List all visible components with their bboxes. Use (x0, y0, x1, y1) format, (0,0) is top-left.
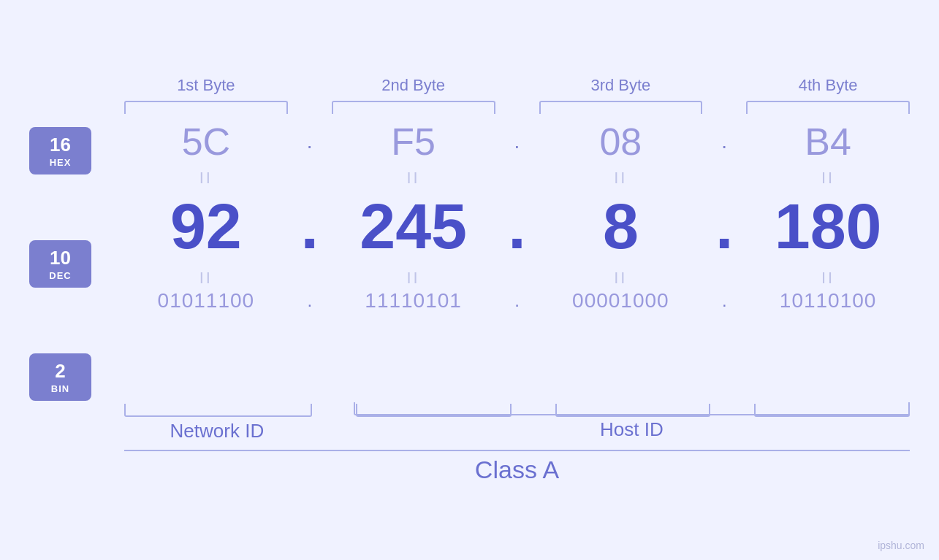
bin-b2: 11110101 (365, 289, 462, 312)
eq2-b2: II (407, 269, 420, 287)
bracket-byte3 (539, 101, 703, 114)
dec-b1: 92 (170, 190, 242, 262)
main-container: 1st Byte 2nd Byte 3rd Byte 4th Byte 16 H… (0, 0, 939, 560)
byte2-header: 2nd Byte (332, 76, 495, 101)
bracket-byte1 (124, 101, 288, 114)
eq1-b3: II (614, 169, 627, 187)
eq2-b1: II (199, 269, 213, 287)
eq1-b1: II (199, 169, 213, 187)
eq1-b4: II (821, 169, 835, 187)
bin-badge: 2 BIN (29, 353, 91, 401)
dec-badge: 10 DEC (29, 240, 91, 288)
host-id-section: Host ID (354, 402, 910, 442)
network-bracket (124, 404, 312, 417)
bin-b1: 01011100 (158, 289, 255, 312)
eq1-b2: II (407, 169, 420, 187)
hex-b1: 5C (182, 120, 230, 163)
data-grid: 5C . F5 . 08 . B4 II II II II 92 (124, 120, 910, 401)
hex-b4: B4 (805, 120, 851, 163)
class-section: Class A (124, 450, 910, 484)
bin-b4: 10110100 (780, 289, 877, 312)
class-bracket-line (124, 450, 910, 451)
bin-dot1: . (288, 291, 332, 311)
dec-b2: 245 (360, 190, 467, 262)
equals-row-1: II II II II (124, 169, 910, 188)
watermark: ipshu.com (878, 540, 924, 551)
byte1-header: 1st Byte (124, 76, 288, 101)
byte4-header: 4th Byte (746, 76, 910, 101)
hex-b3: 08 (599, 120, 642, 163)
network-id-label: Network ID (124, 420, 310, 442)
bracket-byte4 (746, 101, 910, 114)
hex-dot2: . (495, 130, 539, 153)
eq2-b3: II (614, 269, 627, 287)
hex-row: 5C . F5 . 08 . B4 (124, 120, 910, 164)
bin-row: 01011100 . 11110101 . 00001000 . 1011010… (124, 289, 910, 312)
class-label: Class A (475, 456, 559, 483)
base-labels: 16 HEX 10 DEC 2 BIN (29, 120, 124, 401)
bracket-byte2 (332, 101, 495, 114)
dec-b3: 8 (603, 190, 639, 262)
dec-dot2: . (495, 189, 539, 264)
eq2-b4: II (821, 269, 835, 287)
byte3-header: 3rd Byte (539, 76, 703, 101)
bin-dot2: . (495, 291, 539, 311)
hex-dot1: . (288, 130, 332, 153)
dec-row: 92 . 245 . 8 . 180 (124, 189, 910, 264)
dec-dot1: . (288, 189, 332, 264)
equals-row-2: II II II II (124, 269, 910, 288)
dec-b4: 180 (775, 190, 882, 262)
hex-badge: 16 HEX (29, 127, 91, 174)
hex-dot3: . (702, 130, 746, 153)
bin-dot3: . (702, 291, 746, 311)
main-data-area: 16 HEX 10 DEC 2 BIN 5C . F5 . 08 (29, 120, 910, 401)
dec-dot3: . (702, 189, 746, 264)
host-id-label: Host ID (600, 418, 664, 440)
hex-b2: F5 (391, 120, 436, 163)
bin-b3: 00001000 (572, 289, 669, 312)
